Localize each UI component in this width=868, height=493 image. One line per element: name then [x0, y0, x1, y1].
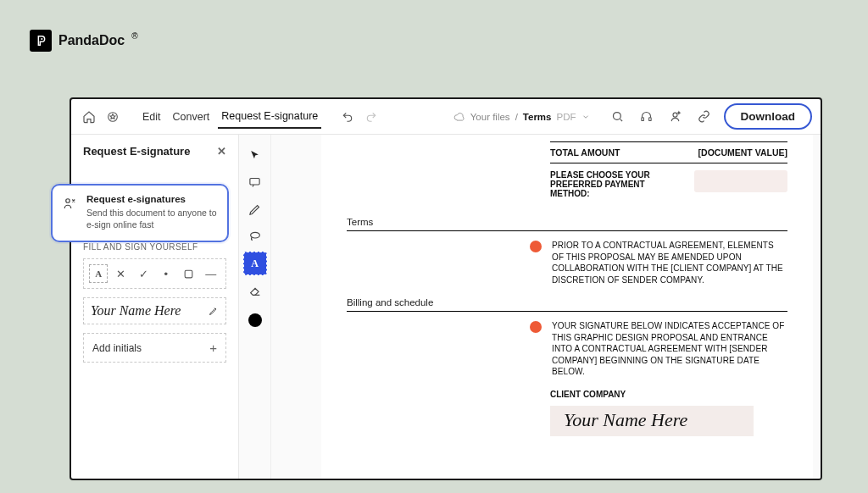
total-label: TOTAL AMOUNT — [550, 147, 620, 158]
svg-point-0 — [41, 38, 42, 40]
headphones-icon[interactable] — [637, 108, 656, 126]
plus-icon: + — [209, 341, 217, 355]
text-tool-icon[interactable]: A — [89, 264, 108, 283]
request-signature-callout[interactable]: Request e-signatures Send this document … — [51, 184, 229, 242]
color-swatch-black — [248, 313, 262, 327]
svg-point-6 — [673, 113, 677, 117]
color-picker[interactable] — [243, 306, 267, 330]
svg-rect-8 — [250, 178, 259, 185]
menu-request-esignature[interactable]: Request E-signature — [218, 105, 321, 129]
sign-tool-row: A ✕ ✓ • — — [83, 258, 226, 289]
add-initials-label: Add initials — [92, 342, 142, 354]
section-heading-terms: Terms — [347, 217, 787, 231]
brand-mark — [30, 30, 52, 52]
undo-icon[interactable] — [338, 108, 357, 126]
sparkle-user-icon[interactable] — [666, 108, 685, 126]
breadcrumb[interactable]: Your files / Terms PDF — [453, 111, 590, 123]
home-icon[interactable] — [80, 108, 98, 126]
dot-tool-icon[interactable]: • — [157, 264, 175, 283]
payment-prompt: PLEASE CHOOSE YOUR PREFERRED PAYMENT MET… — [550, 170, 677, 198]
check-tool-icon[interactable]: ✓ — [134, 264, 153, 283]
svg-rect-4 — [642, 118, 644, 121]
brand-logo: PandaDoc® — [30, 30, 138, 52]
pen-tool-icon[interactable] — [243, 197, 267, 221]
terms-paragraph: PRIOR TO A CONTRACTUAL AGREEMENT, ELEMEN… — [552, 240, 787, 285]
tool-rail: A — [239, 135, 271, 479]
menu-convert[interactable]: Convert — [170, 106, 214, 128]
sidebar-title: Request E-signature — [83, 145, 190, 158]
line-tool-icon[interactable]: — — [202, 264, 220, 283]
payment-method-field[interactable] — [694, 170, 787, 192]
close-icon[interactable]: ✕ — [217, 145, 226, 158]
redo-icon[interactable] — [362, 108, 381, 126]
breadcrumb-current: Terms — [523, 112, 552, 122]
app-window: Edit Convert Request E-signature Your fi… — [70, 97, 822, 480]
breadcrumb-root: Your files — [470, 112, 510, 122]
document-page: TOTAL AMOUNT [DOCUMENT VALUE] PLEASE CHO… — [321, 135, 813, 479]
box-tool-icon[interactable] — [179, 264, 198, 283]
svg-point-9 — [250, 232, 259, 238]
cross-tool-icon[interactable]: ✕ — [112, 264, 131, 283]
bullet-marker-icon — [530, 321, 542, 333]
star-icon[interactable] — [103, 108, 122, 126]
section-heading-billing: Billing and schedule — [347, 297, 787, 312]
link-icon[interactable] — [695, 108, 714, 126]
callout-desc: Send this document to anyone to e-sign o… — [86, 207, 217, 230]
download-button[interactable]: Download — [724, 103, 813, 130]
add-text-tool-icon[interactable]: A — [243, 252, 267, 275]
cloud-icon — [453, 111, 465, 123]
chevron-down-icon — [581, 113, 590, 121]
lasso-tool-icon[interactable] — [243, 224, 267, 248]
svg-rect-5 — [649, 118, 652, 121]
billing-paragraph: YOUR SIGNATURE BELOW INDICATES ACCEPTANC… — [552, 320, 787, 378]
document-canvas[interactable]: TOTAL AMOUNT [DOCUMENT VALUE] PLEASE CHO… — [271, 135, 821, 479]
signature-field[interactable]: Your Name Here — [83, 297, 226, 324]
menu-edit[interactable]: Edit — [139, 106, 164, 128]
signature-text: Your Name Here — [564, 409, 687, 430]
cursor-tool-icon[interactable] — [243, 143, 267, 167]
edit-pen-icon[interactable] — [209, 306, 219, 316]
callout-title: Request e-signatures — [86, 194, 217, 204]
svg-rect-7 — [185, 270, 192, 278]
signature-placeholder: Your Name Here — [91, 303, 181, 319]
brand-name: PandaDoc — [58, 33, 125, 48]
signature-box[interactable]: Your Name Here — [550, 406, 754, 436]
svg-point-3 — [614, 113, 621, 120]
svg-point-1 — [66, 199, 70, 203]
total-value: [DOCUMENT VALUE] — [698, 147, 787, 158]
breadcrumb-type: PDF — [557, 112, 576, 122]
main-toolbar: Edit Convert Request E-signature Your fi… — [71, 99, 821, 135]
bullet-marker-icon — [530, 241, 542, 252]
signature-request-icon — [63, 196, 78, 230]
add-initials-button[interactable]: Add initials + — [83, 333, 226, 363]
comment-tool-icon[interactable] — [243, 170, 267, 194]
search-icon[interactable] — [609, 108, 627, 126]
fill-sign-label: FILL AND SIGN YOURSELF — [71, 242, 238, 258]
eraser-tool-icon[interactable] — [243, 279, 267, 302]
client-company-label: CLIENT COMPANY — [550, 390, 787, 399]
